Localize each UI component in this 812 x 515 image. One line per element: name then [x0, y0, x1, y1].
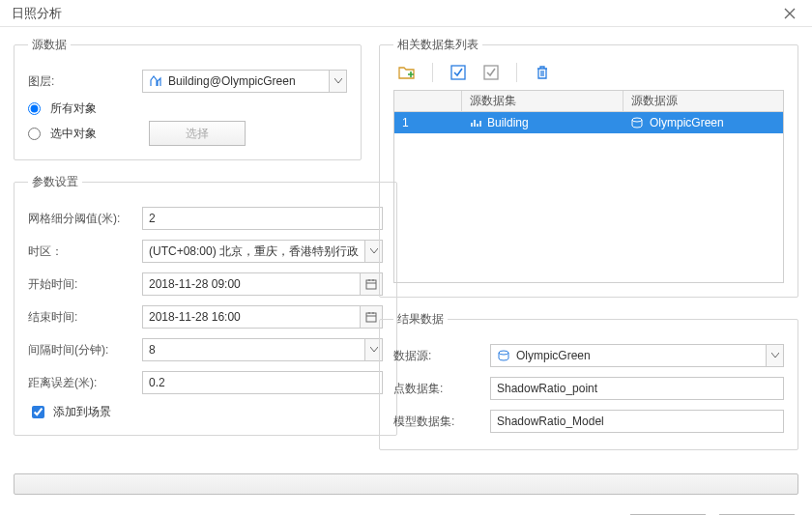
params-group: 参数设置 网格细分阈值(米): 时区： (UTC+08:00) 北京，重庆，香港… — [14, 174, 397, 436]
bars-icon — [470, 117, 481, 129]
layer-combo[interactable]: Building@OlympicGreen — [142, 70, 347, 93]
close-button[interactable] — [775, 2, 804, 25]
model-label: 模型数据集: — [393, 414, 490, 430]
point-input[interactable] — [490, 377, 784, 400]
row-datasource: OlympicGreen — [623, 112, 783, 133]
related-list-legend: 相关数据集列表 — [393, 37, 482, 53]
svg-rect-0 — [366, 280, 376, 289]
chevron-down-icon[interactable] — [766, 345, 783, 366]
datasource-icon — [630, 117, 644, 129]
start-input[interactable] — [142, 272, 360, 296]
table-head: 源数据集 源数据源 — [394, 91, 783, 112]
svg-rect-8 — [451, 66, 465, 79]
titlebar: 日照分析 — [0, 0, 812, 27]
all-objects-label: 所有对象 — [50, 100, 97, 117]
table-col-datasource: 源数据源 — [624, 91, 784, 111]
add-to-scene-label: 添加到场景 — [53, 404, 111, 420]
uncheck-all-button[interactable] — [479, 61, 503, 84]
result-ds-text: OlympicGreen — [516, 349, 591, 362]
table-col-dataset: 源数据集 — [462, 91, 624, 111]
toolbar-divider — [432, 63, 433, 82]
svg-point-10 — [632, 118, 642, 122]
source-data-group: 源数据 图层: Building@OlympicGreen — [14, 37, 362, 160]
start-label: 开始时间: — [28, 276, 142, 293]
grid-label: 网格细分阈值(米): — [28, 211, 142, 227]
svg-rect-4 — [366, 313, 376, 322]
check-outline-icon — [483, 65, 499, 80]
result-ds-combo[interactable]: OlympicGreen — [490, 344, 784, 367]
params-legend: 参数设置 — [28, 174, 82, 190]
result-ds-label: 数据源: — [393, 348, 490, 364]
close-icon — [784, 8, 796, 19]
tz-combo[interactable]: (UTC+08:00) 北京，重庆，香港特别行政 — [142, 240, 383, 263]
dist-label: 距离误差(米): — [28, 375, 142, 391]
point-label: 点数据集: — [393, 381, 490, 397]
trash-icon — [536, 65, 549, 80]
tz-combo-text: (UTC+08:00) 北京，重庆，香港特别行政 — [149, 243, 359, 260]
table-col-index — [394, 91, 462, 111]
window-title: 日照分析 — [12, 5, 775, 22]
layer-combo-text: Building@OlympicGreen — [168, 74, 296, 88]
add-folder-icon — [398, 65, 416, 80]
layer-label: 图层: — [28, 73, 142, 90]
selected-objects-radio[interactable] — [28, 128, 41, 140]
grid-input[interactable] — [142, 207, 383, 230]
calendar-icon — [365, 311, 377, 323]
interval-combo[interactable]: 8 — [142, 338, 383, 361]
model-input[interactable] — [490, 410, 784, 433]
check-icon — [450, 65, 466, 80]
source-data-legend: 源数据 — [28, 37, 71, 53]
toolbar-divider — [516, 63, 517, 82]
related-list-toolbar — [393, 59, 784, 90]
tz-label: 时区： — [28, 243, 142, 260]
all-objects-radio[interactable] — [28, 102, 41, 115]
end-label: 结束时间: — [28, 309, 142, 326]
datasource-icon — [497, 350, 510, 361]
check-all-button[interactable] — [447, 61, 470, 84]
progress-bar — [14, 473, 798, 495]
building-icon — [149, 74, 162, 88]
related-list-table: 源数据集 源数据源 1BuildingOlympicGreen — [393, 90, 784, 283]
table-row[interactable]: 1BuildingOlympicGreen — [394, 112, 783, 133]
chevron-down-icon[interactable] — [329, 71, 346, 92]
interval-combo-text: 8 — [149, 343, 156, 357]
end-input[interactable] — [142, 305, 360, 329]
dist-input[interactable] — [142, 371, 383, 394]
select-button[interactable]: 选择 — [149, 121, 246, 146]
row-dataset: Building — [462, 112, 623, 133]
interval-label: 间隔时间(分钟): — [28, 342, 142, 358]
related-list-group: 相关数据集列表 源数据集 — [379, 37, 798, 298]
svg-point-11 — [499, 351, 508, 355]
add-button[interactable] — [395, 61, 419, 84]
row-index: 1 — [394, 112, 462, 133]
result-group: 结果数据 数据源: OlympicGreen — [379, 311, 798, 450]
delete-button[interactable] — [531, 61, 554, 84]
table-body: 1BuildingOlympicGreen — [394, 112, 783, 282]
result-legend: 结果数据 — [393, 311, 448, 328]
selected-objects-label: 选中对象 — [50, 126, 143, 142]
svg-rect-9 — [484, 66, 498, 79]
footer: 保存 取消 — [0, 495, 812, 515]
add-to-scene-checkbox[interactable] — [32, 406, 44, 418]
calendar-icon — [365, 278, 377, 290]
